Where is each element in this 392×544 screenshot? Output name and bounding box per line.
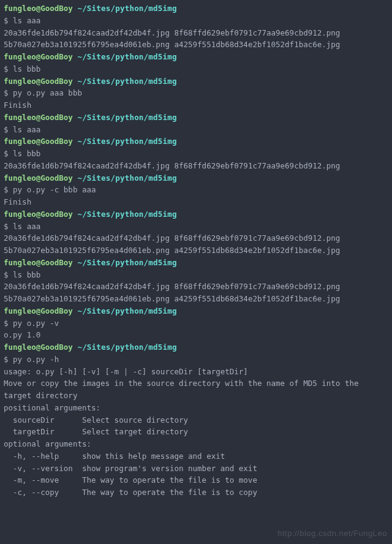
command-line: $ ls bbb [4, 269, 388, 281]
command-text: py o.py aaa bbb [13, 88, 82, 97]
prompt-symbol: $ [4, 270, 9, 279]
watermark-text: http://blog.csdn.net/FungLeo [277, 527, 387, 540]
output-line: Finish [4, 196, 388, 208]
prompt-symbol: $ [4, 355, 9, 364]
help-desc: Move or copy the images in the source di… [4, 377, 388, 390]
file-3: 5b70a027eb3a101925f6795ea4d061eb.png [4, 294, 170, 303]
command-line: $ py o.py -c bbb aaa [4, 184, 388, 196]
prompt-path: ~/Sites/python/md5img [77, 342, 176, 352]
file-2: 8f68ffd629ebf0791c77aa9e69cbd912.png [174, 282, 340, 291]
command-text: py o.py -h [13, 355, 59, 364]
prompt-user: fungleo@GoodBoy [4, 52, 73, 61]
prompt-line: fungleo@GoodBoy ~/Sites/python/md5img [4, 111, 388, 124]
help-pos-target: targetDir Select target directory [4, 426, 388, 438]
file-1: 20a36fde1d6b794f824caad2df42db4f.jpg [4, 161, 170, 170]
prompt-symbol: $ [4, 185, 9, 194]
prompt-user: fungleo@GoodBoy [4, 258, 73, 267]
command-line: $ ls aaa [4, 221, 388, 233]
output-line: 5b70a027eb3a101925f6795ea4d061eb.png a42… [4, 39, 388, 51]
command-text: ls bbb [13, 149, 40, 158]
file-2: 8f68ffd629ebf0791c77aa9e69cbd912.png [174, 28, 340, 37]
output-line: 5b70a027eb3a101925f6795ea4d061eb.png a42… [4, 244, 388, 257]
prompt-user: fungleo@GoodBoy [4, 77, 73, 86]
prompt-line: fungleo@GoodBoy ~/Sites/python/md5img [4, 51, 388, 63]
prompt-symbol: $ [4, 16, 9, 25]
command-line: $ py o.py aaa bbb [4, 87, 388, 99]
prompt-line: fungleo@GoodBoy ~/Sites/python/md5img [4, 341, 388, 353]
file-4: a4259f551db68d34e2bf1052df1bac6e.jpg [174, 40, 340, 49]
terminal[interactable]: fungleo@GoodBoy ~/Sites/python/md5img $ … [4, 2, 388, 499]
prompt-symbol: $ [4, 319, 9, 328]
prompt-path: ~/Sites/python/md5img [77, 4, 176, 13]
command-line: $ ls aaa [4, 15, 388, 27]
prompt-path: ~/Sites/python/md5img [77, 258, 176, 267]
prompt-path: ~/Sites/python/md5img [77, 52, 176, 61]
file-1: 20a36fde1d6b794f824caad2df42db4f.jpg [4, 282, 170, 291]
help-usage: usage: o.py [-h] [-v] [-m | -c] sourceDi… [4, 366, 388, 378]
prompt-user: fungleo@GoodBoy [4, 113, 73, 122]
prompt-symbol: $ [4, 149, 9, 158]
prompt-line: fungleo@GoodBoy ~/Sites/python/md5img [4, 257, 388, 269]
help-desc: target directory [4, 390, 388, 402]
prompt-user: fungleo@GoodBoy [4, 4, 73, 13]
prompt-user: fungleo@GoodBoy [4, 306, 73, 315]
prompt-symbol: $ [4, 222, 9, 231]
prompt-symbol: $ [4, 88, 9, 97]
output-line: 20a36fde1d6b794f824caad2df42db4f.jpg 8f6… [4, 160, 388, 172]
command-line: $ py o.py -h [4, 353, 388, 366]
command-text: py o.py -c bbb aaa [13, 185, 96, 194]
prompt-path: ~/Sites/python/md5img [77, 113, 176, 122]
command-text: ls aaa [13, 222, 40, 231]
file-4: a4259f551db68d34e2bf1052df1bac6e.jpg [174, 246, 340, 255]
prompt-path: ~/Sites/python/md5img [77, 306, 176, 315]
output-line: 5b70a027eb3a101925f6795ea4d061eb.png a42… [4, 293, 388, 305]
prompt-line: fungleo@GoodBoy ~/Sites/python/md5img [4, 208, 388, 221]
help-pos-source: sourceDir Select source directory [4, 414, 388, 426]
command-text: ls aaa [13, 125, 40, 134]
prompt-path: ~/Sites/python/md5img [77, 77, 176, 86]
help-opt-h: -h, --help show this help message and ex… [4, 450, 388, 463]
file-1: 20a36fde1d6b794f824caad2df42db4f.jpg [4, 233, 170, 243]
command-line: $ ls bbb [4, 63, 388, 75]
prompt-user: fungleo@GoodBoy [4, 210, 73, 219]
prompt-user: fungleo@GoodBoy [4, 173, 73, 183]
prompt-line: fungleo@GoodBoy ~/Sites/python/md5img [4, 2, 388, 15]
output-line: 20a36fde1d6b794f824caad2df42db4f.jpg 8f6… [4, 281, 388, 293]
prompt-line: fungleo@GoodBoy ~/Sites/python/md5img [4, 135, 388, 148]
command-line: $ ls bbb [4, 148, 388, 160]
help-opt-c: -c, --copy The way to operate the file i… [4, 486, 388, 499]
file-2: 8f68ffd629ebf0791c77aa9e69cbd912.png [174, 161, 340, 170]
help-pos-header: positional arguments: [4, 402, 388, 414]
output-line: o.py 1.0 [4, 329, 388, 341]
file-1: 20a36fde1d6b794f824caad2df42db4f.jpg [4, 28, 170, 37]
file-4: a4259f551db68d34e2bf1052df1bac6e.jpg [174, 294, 340, 303]
file-3: 5b70a027eb3a101925f6795ea4d061eb.png [4, 246, 170, 255]
prompt-path: ~/Sites/python/md5img [77, 137, 176, 146]
help-opt-header: optional arguments: [4, 438, 388, 450]
file-2: 8f68ffd629ebf0791c77aa9e69cbd912.png [174, 233, 340, 243]
command-line: $ ls aaa [4, 124, 388, 136]
help-opt-v: -v, --version show program's version num… [4, 463, 388, 475]
prompt-line: fungleo@GoodBoy ~/Sites/python/md5img [4, 75, 388, 88]
file-3: 5b70a027eb3a101925f6795ea4d061eb.png [4, 40, 170, 49]
prompt-symbol: $ [4, 64, 9, 74]
output-line: 20a36fde1d6b794f824caad2df42db4f.jpg 8f6… [4, 232, 388, 244]
output-line: Finish [4, 99, 388, 111]
prompt-user: fungleo@GoodBoy [4, 342, 73, 352]
prompt-symbol: $ [4, 125, 9, 134]
help-opt-m: -m, --move The way to operate the file i… [4, 474, 388, 486]
command-text: ls aaa [13, 16, 40, 25]
prompt-path: ~/Sites/python/md5img [77, 210, 176, 219]
command-line: $ py o.py -v [4, 317, 388, 330]
command-text: ls bbb [13, 64, 40, 74]
output-line: 20a36fde1d6b794f824caad2df42db4f.jpg 8f6… [4, 27, 388, 39]
prompt-path: ~/Sites/python/md5img [77, 173, 176, 183]
command-text: ls bbb [13, 270, 40, 279]
prompt-user: fungleo@GoodBoy [4, 137, 73, 146]
prompt-line: fungleo@GoodBoy ~/Sites/python/md5img [4, 172, 388, 184]
command-text: py o.py -v [13, 319, 59, 328]
prompt-line: fungleo@GoodBoy ~/Sites/python/md5img [4, 305, 388, 317]
